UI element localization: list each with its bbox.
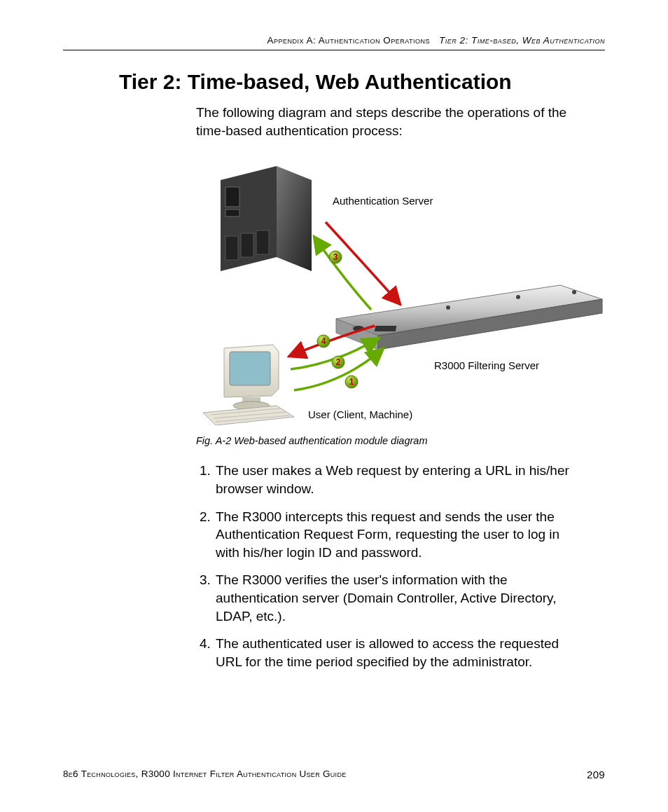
arrow-3 [314, 236, 371, 310]
marker-1-label: 1 [349, 377, 354, 387]
svg-rect-12 [375, 326, 396, 331]
marker-1: 1 [345, 376, 358, 388]
marker-2: 2 [332, 356, 345, 369]
filter-server-label: R3000 Filtering Server [434, 359, 539, 371]
step-item: The authenticated user is allowed to acc… [214, 635, 577, 670]
step-item: The R3000 verifies the user's informatio… [214, 571, 577, 625]
marker-4-label: 4 [321, 336, 326, 346]
auth-server-label: Authentication Server [333, 195, 433, 207]
page-number: 209 [587, 769, 605, 780]
header-right: Tier 2: Time-based, Web Authentication [439, 35, 605, 46]
figure: Authentication Server R3000 Filtering Se… [196, 152, 605, 425]
marker-3: 3 [329, 251, 342, 263]
auth-server-icon [221, 166, 312, 271]
header-rule [63, 50, 605, 50]
svg-rect-4 [225, 209, 239, 216]
svg-point-14 [516, 295, 520, 299]
arrow-1 [294, 348, 384, 390]
client-label: User (Client, Machine) [308, 408, 412, 420]
client-icon [203, 345, 294, 425]
svg-rect-7 [256, 230, 269, 254]
svg-rect-16 [230, 352, 270, 385]
svg-rect-5 [225, 236, 238, 260]
steps-list: The user makes a Web request by entering… [196, 462, 577, 670]
step-item: The user makes a Web request by entering… [214, 462, 577, 497]
svg-rect-6 [241, 233, 253, 257]
page-title: Tier 2: Time-based, Web Authentication [119, 70, 605, 94]
page-footer: 8e6 Technologies, R3000 Internet Filter … [63, 769, 605, 780]
step-item: The R3000 intercepts this request and se… [214, 508, 577, 562]
header-left: Appendix A: Authentication Operations [267, 35, 430, 46]
footer-text: 8e6 Technologies, R3000 Internet Filter … [63, 769, 347, 780]
running-header: Appendix A: Authentication Operations Ti… [63, 35, 605, 46]
marker-4: 4 [317, 335, 330, 347]
svg-point-13 [446, 305, 450, 310]
figure-caption: Fig. A-2 Web-based authentication module… [196, 435, 605, 446]
marker-3-label: 3 [333, 252, 338, 262]
svg-point-15 [572, 290, 576, 294]
svg-rect-3 [225, 187, 239, 207]
auth-module-diagram: Authentication Server R3000 Filtering Se… [196, 152, 609, 425]
intro-paragraph: The following diagram and steps describe… [196, 104, 598, 139]
marker-2-label: 2 [336, 357, 341, 367]
